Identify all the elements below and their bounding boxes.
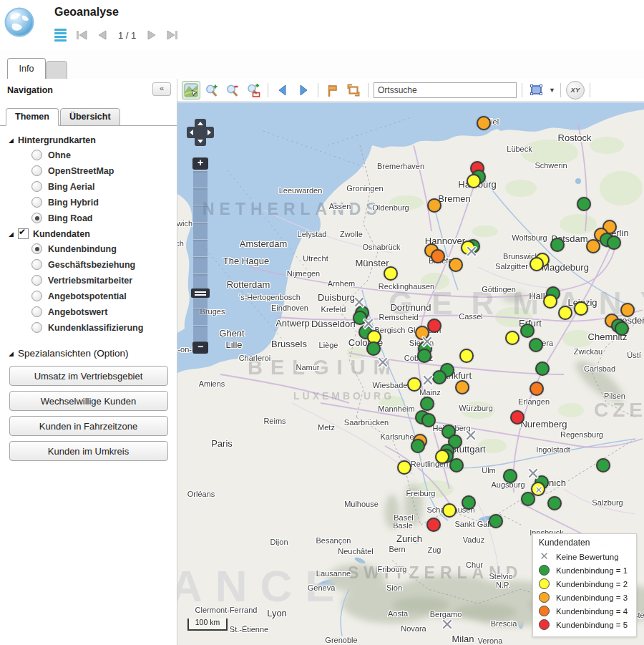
measure-tool-button[interactable] <box>323 81 342 100</box>
xy-coordinates-button[interactable]: XY <box>566 81 585 100</box>
special-view-button[interactable]: Kunden im Umkreis <box>9 441 168 461</box>
radio-icon[interactable] <box>31 259 42 270</box>
customer-marker-level-2[interactable] <box>543 294 557 309</box>
customer-marker-level-1[interactable] <box>596 458 610 472</box>
pan-tool-button[interactable] <box>182 81 200 100</box>
tree-item[interactable]: Bing Hybrid <box>0 195 177 210</box>
customer-marker-level-1[interactable] <box>577 197 591 211</box>
no-rating-marker[interactable]: ✕ <box>527 466 540 482</box>
customer-marker-level-4[interactable] <box>530 382 544 396</box>
customer-marker-level-1[interactable] <box>535 362 550 376</box>
customer-marker-level-2[interactable] <box>467 174 481 188</box>
radio-icon[interactable] <box>31 213 42 223</box>
no-rating-marker[interactable]: ✕ <box>464 428 477 444</box>
tree-item[interactable]: Kundenklassifizierung <box>0 320 177 336</box>
customer-marker-level-1[interactable] <box>417 349 431 363</box>
tree-group[interactable]: ◢Kundendaten <box>0 226 177 241</box>
tree-item[interactable]: Kundenbindung <box>0 241 177 257</box>
special-view-button[interactable]: Wechselwillige Kunden <box>9 391 168 411</box>
customer-marker-level-2[interactable] <box>558 306 572 320</box>
no-rating-marker[interactable]: ✕ <box>362 316 375 332</box>
no-rating-marker[interactable]: ✕ <box>535 485 543 495</box>
customer-marker-level-2[interactable] <box>459 349 474 363</box>
radio-icon[interactable] <box>31 275 42 286</box>
customer-marker-level-3[interactable] <box>427 198 441 213</box>
zoom-slider-track[interactable] <box>193 170 208 341</box>
special-view-button[interactable]: Kunden in Fahrzeitzone <box>9 416 168 436</box>
no-rating-marker[interactable]: ✕ <box>376 355 389 371</box>
customer-marker-level-3[interactable] <box>620 303 635 317</box>
map-canvas[interactable]: NETHERLANDSGERMANYBELGIUMLUXEMBOURGSWITZ… <box>177 102 644 645</box>
expand-icon[interactable]: ◢ <box>9 231 14 238</box>
customer-marker-level-1[interactable] <box>421 413 436 427</box>
no-rating-marker[interactable]: ✕ <box>465 244 478 260</box>
radio-icon[interactable] <box>31 306 42 317</box>
polygon-dropdown-caret-icon[interactable]: ▼ <box>549 87 555 94</box>
customer-marker-level-1[interactable] <box>521 492 535 506</box>
tree-item[interactable]: Angebotswert <box>0 304 177 320</box>
menu-icon[interactable] <box>53 27 68 43</box>
no-rating-marker[interactable]: ✕ <box>421 373 434 389</box>
tree-item[interactable]: Ohne <box>0 147 177 163</box>
customer-marker-level-1[interactable] <box>529 338 543 352</box>
tab-info[interactable]: Info <box>7 58 46 79</box>
zoom-in-tool-button[interactable] <box>203 81 221 100</box>
previous-page-button[interactable] <box>96 29 108 41</box>
zoom-slider-handle[interactable] <box>191 288 210 298</box>
no-rating-marker[interactable]: ✕ <box>441 617 454 633</box>
location-search-input[interactable] <box>374 82 517 98</box>
customer-marker-level-1[interactable] <box>503 469 517 483</box>
radio-icon[interactable] <box>31 322 42 333</box>
tree-item[interactable]: OpenStreetMap <box>0 163 177 179</box>
expand-icon[interactable]: ◢ <box>9 350 14 357</box>
expand-icon[interactable]: ◢ <box>9 137 14 144</box>
sidebar-tab-themen[interactable]: Themen <box>6 108 59 126</box>
customer-marker-level-4[interactable] <box>431 249 445 263</box>
radio-icon[interactable] <box>31 291 42 301</box>
customer-marker-level-1[interactable] <box>547 496 562 510</box>
no-rating-marker[interactable]: ✕ <box>421 334 434 350</box>
customer-marker-level-2[interactable] <box>435 450 449 464</box>
no-rating-marker[interactable]: ✕ <box>353 295 366 311</box>
customer-marker-level-3[interactable] <box>586 239 600 253</box>
layer-checkbox[interactable] <box>18 228 29 239</box>
customer-marker-level-1[interactable] <box>449 458 464 472</box>
customer-marker-level-3[interactable] <box>449 258 463 272</box>
customer-marker-level-1[interactable] <box>550 238 565 252</box>
special-views-header[interactable]: ◢Spezialansichten (Option) <box>0 346 177 361</box>
customer-marker-level-1[interactable] <box>411 439 425 453</box>
tree-item[interactable]: Bing Aerial <box>0 179 177 195</box>
radio-icon[interactable] <box>31 150 42 160</box>
customer-marker-level-5[interactable] <box>510 410 525 425</box>
customer-marker-level-2[interactable] <box>530 257 544 271</box>
collapse-sidebar-button[interactable]: « <box>152 82 171 96</box>
select-area-tool-button[interactable] <box>344 81 363 100</box>
sidebar-tab-übersicht[interactable]: Übersicht <box>60 108 120 126</box>
forward-extent-button[interactable] <box>294 81 313 100</box>
back-extent-button[interactable] <box>273 81 292 100</box>
customer-marker-level-5[interactable] <box>427 319 441 333</box>
customer-marker-level-1[interactable] <box>520 324 535 338</box>
tree-group[interactable]: ◢Hintergrundkarten <box>0 133 177 147</box>
tab-empty[interactable] <box>46 61 67 79</box>
radio-icon[interactable] <box>31 243 42 254</box>
tree-item[interactable]: Vertriebsmitarbeiter <box>0 273 177 288</box>
customer-marker-level-1[interactable] <box>489 514 503 528</box>
radio-icon[interactable] <box>31 181 42 192</box>
tree-item[interactable]: Geschäftsbeziehung <box>0 257 177 273</box>
last-page-button[interactable] <box>165 29 179 41</box>
next-page-button[interactable] <box>146 29 158 41</box>
customer-marker-level-1[interactable] <box>420 397 434 411</box>
special-view-button[interactable]: Umsatz im Vertriebsgebiet <box>9 366 168 386</box>
customer-marker-level-3[interactable] <box>477 116 491 130</box>
customer-marker-level-1[interactable] <box>607 236 621 250</box>
zoom-out-button[interactable]: − <box>192 341 208 354</box>
customer-marker-level-2[interactable] <box>384 266 398 281</box>
map-pan-dpad[interactable] <box>185 117 216 148</box>
radio-icon[interactable] <box>31 165 42 176</box>
customer-marker-level-1[interactable] <box>615 321 629 336</box>
customer-marker-level-2[interactable] <box>442 503 457 518</box>
customer-marker-level-5[interactable] <box>426 518 441 532</box>
radio-icon[interactable] <box>31 197 42 208</box>
zoom-in-button[interactable]: + <box>192 157 208 170</box>
